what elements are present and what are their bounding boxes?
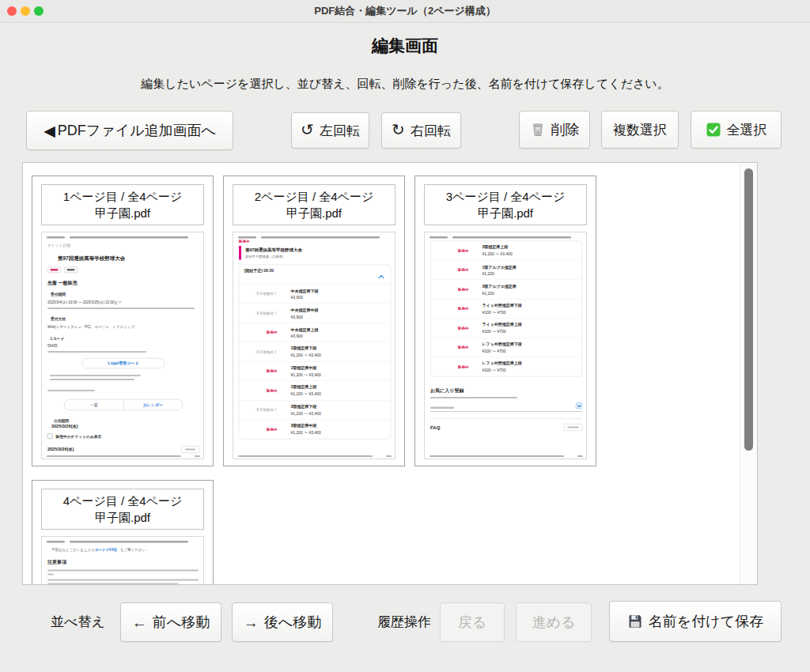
ticket-name: 1塁指定席上段 bbox=[291, 384, 321, 390]
ticket-name: 1塁アルプス指定席 bbox=[483, 264, 517, 270]
mini-doc-text: 受付方法 bbox=[51, 316, 204, 321]
mini-doc-text: 公演期間 bbox=[54, 418, 204, 423]
mini-doc-text: 注意事項 bbox=[47, 559, 204, 565]
mini-doc-text: 2025/3/26(水) bbox=[51, 424, 204, 429]
ticket-status: 販売中 bbox=[240, 330, 278, 335]
delete-button[interactable]: 削除 bbox=[519, 111, 590, 149]
page-label-line2: 甲子園.pdf bbox=[44, 509, 202, 526]
page-thumbnail-label: 1ページ目 / 全4ページ甲子園.pdf bbox=[41, 184, 204, 225]
ticket-name: 3塁指定席上段 bbox=[483, 244, 513, 250]
skeleton-bar bbox=[185, 449, 195, 451]
page-thumbnail[interactable]: 1ページ目 / 全4ページ甲子園.pdfチケット詳細第97回選抜高等学校野球大会… bbox=[32, 176, 214, 466]
move-backward-button[interactable]: → 後へ移動 bbox=[232, 602, 333, 642]
redo-button[interactable]: 進める bbox=[516, 602, 592, 642]
faq-link: ローチケFAQ bbox=[95, 548, 117, 552]
rotate-right-button[interactable]: ↻ 右回転 bbox=[381, 112, 461, 149]
page-label-line2: 甲子園.pdf bbox=[44, 205, 202, 221]
ticket-info: 中央指定席上段¥3,900 bbox=[291, 327, 319, 338]
select-all-button[interactable]: 全選択 bbox=[691, 111, 782, 149]
select-all-label: 全選択 bbox=[727, 121, 767, 139]
back-to-add-screen-button[interactable]: ◀ PDFファイル追加画面へ bbox=[26, 111, 233, 150]
mini-doc-header bbox=[238, 236, 392, 239]
page-instruction: 編集したいページを選択し、並び替え、回転、削除を行った後、名前を付けて保存してく… bbox=[0, 77, 810, 92]
ticket-list-header: (開始予定) 08:30 bbox=[240, 265, 391, 284]
mini-doc-text: 受付期間 bbox=[51, 293, 204, 297]
ticket-name: ライト外野指定席下段 bbox=[483, 303, 522, 308]
mini-doc-text: Lコード bbox=[51, 336, 204, 341]
ticket-price: ¥1,200 〜 ¥3,400 bbox=[483, 251, 513, 257]
ticket-row: 販売中1塁指定席中段¥1,200 〜 ¥3,400 bbox=[240, 361, 391, 381]
mini-doc-text: 先着 一般販売 bbox=[47, 280, 204, 286]
mini-doc-text: 第97回選抜高等学校野球大会 bbox=[58, 255, 204, 261]
skeleton-bar bbox=[430, 397, 517, 398]
favorite-email-input bbox=[430, 402, 582, 412]
page-thumbnail[interactable]: 2ページ目 / 全4ページ甲子園.pdf販売中第97回選抜高等学校野球大会阪神甲… bbox=[223, 176, 405, 466]
ticket-info: 1塁指定席上段¥1,200 〜 ¥3,400 bbox=[291, 384, 321, 397]
ticket-status: 販売中 bbox=[431, 248, 469, 254]
page-label-line1: 3ページ目 / 全4ページ bbox=[426, 188, 585, 205]
page-thumbnail-label: 2ページ目 / 全4ページ甲子園.pdf bbox=[233, 184, 396, 225]
divider bbox=[430, 419, 582, 420]
ticket-row: 販売中3塁アルプス指定席¥1,200 bbox=[431, 280, 582, 300]
ticket-status: 販売中 bbox=[431, 345, 469, 350]
ticket-info: ライト外野指定席下段¥100 〜 ¥700 bbox=[483, 303, 522, 315]
skeleton-bar bbox=[47, 390, 95, 391]
checkbox-label: 販売中のチケットのみ表示 bbox=[56, 434, 102, 439]
vertical-scrollbar-track[interactable] bbox=[740, 163, 757, 584]
ticket-price: ¥1,200 〜 ¥3,400 bbox=[291, 353, 321, 358]
page-title: 編集画面 bbox=[0, 35, 810, 57]
rotate-left-button[interactable]: ↺ 左回転 bbox=[291, 112, 369, 149]
skeleton-bar bbox=[430, 407, 454, 410]
mini-doc-text: 販売中 bbox=[239, 240, 396, 244]
toggle-left: 一覧 bbox=[65, 399, 123, 410]
ticket-name: 3塁指定席下段 bbox=[291, 404, 321, 410]
pdf-page-preview: 販売中第97回選抜高等学校野球大会阪神甲子園球場（兵庫県）(開始予定) 08:3… bbox=[233, 232, 396, 459]
page-label-line1: 4ページ目 / 全4ページ bbox=[44, 493, 202, 509]
skeleton-bar bbox=[50, 379, 134, 380]
skeleton-bar bbox=[47, 580, 199, 581]
ticket-status: 販売中 bbox=[240, 388, 278, 394]
skeleton-bar bbox=[195, 455, 200, 457]
event-title-text: 第97回選抜高等学校野球大会 bbox=[245, 247, 391, 253]
ticket-status: 販売中 bbox=[240, 427, 278, 432]
mini-doc-footer-url bbox=[47, 455, 200, 457]
skeleton-bar bbox=[238, 236, 256, 239]
ticket-info: 3塁指定席下段¥1,200 〜 ¥3,400 bbox=[291, 404, 321, 417]
mini-doc-date-heading: 2025/3/26(水) bbox=[47, 446, 199, 453]
skeleton-bar bbox=[577, 455, 583, 457]
ticket-row: 予定枚数終了中央指定席下段¥3,900 bbox=[240, 284, 391, 304]
ticket-row: 販売中中央指定席上段¥3,900 bbox=[240, 323, 391, 342]
pdf-page-preview: 販売中3塁指定席上段¥1,200 〜 ¥3,400販売中1塁アルプス指定席¥1,… bbox=[424, 232, 587, 459]
vertical-scrollbar-thumb[interactable] bbox=[744, 168, 753, 451]
save-as-button[interactable]: 名前を付けて保存 bbox=[609, 601, 782, 642]
ticket-row: 販売中レフト外野指定席上段¥100 〜 ¥700 bbox=[431, 357, 582, 377]
rotate-right-icon: ↻ bbox=[392, 122, 405, 138]
ticket-price: ¥1,200 bbox=[483, 271, 517, 276]
ticket-row: 販売中レフト外野指定席下段¥100 〜 ¥700 bbox=[431, 338, 582, 357]
skeleton-bar bbox=[50, 375, 141, 376]
multi-select-button[interactable]: 複数選択 bbox=[601, 111, 679, 149]
check-icon bbox=[706, 122, 721, 138]
loppi-code-pill: Loppi専用コード bbox=[82, 358, 165, 368]
page-thumbnail[interactable]: 3ページ目 / 全4ページ甲子園.pdf販売中3塁指定席上段¥1,200 〜 ¥… bbox=[414, 176, 596, 466]
pdf-page-preview: チケット詳細第97回選抜高等学校野球大会先着 一般販売受付期間2025/3/4(… bbox=[41, 232, 204, 459]
undo-button[interactable]: 戻る bbox=[440, 602, 505, 642]
ticket-row: 販売中1塁指定席上段¥1,200 〜 ¥3,400 bbox=[240, 381, 391, 401]
ticket-info: 中央指定席下段¥3,900 bbox=[291, 288, 319, 300]
date-chip bbox=[181, 446, 199, 453]
page-thumbnail[interactable]: 4ページ目 / 全4ページ甲子園.pdf不明点などございましたらローチケFAQ … bbox=[32, 480, 214, 585]
ticket-row: 販売中3塁指定席中段¥1,200 〜 ¥3,400 bbox=[240, 420, 391, 440]
rotate-left-label: 左回転 bbox=[320, 122, 360, 140]
mini-doc-text: 56405 bbox=[47, 344, 204, 349]
chevron-up-icon bbox=[378, 275, 384, 281]
chip-icon bbox=[64, 267, 78, 274]
move-forward-button[interactable]: ← 前へ移動 bbox=[120, 602, 221, 642]
history-section-label: 履歴操作 bbox=[377, 602, 431, 642]
page-grid-viewer: 1ページ目 / 全4ページ甲子園.pdfチケット詳細第97回選抜高等学校野球大会… bbox=[22, 162, 758, 585]
ticket-row: 販売中1塁アルプス指定席¥1,200 bbox=[431, 260, 582, 280]
skeleton-bar bbox=[430, 236, 448, 239]
mini-doc-text: Web(スマートフォン・PC) ローソン ミニストップ bbox=[47, 325, 204, 330]
window-titlebar: PDF結合・編集ツール（2ページ構成） bbox=[0, 0, 810, 23]
ticket-price: ¥100 〜 ¥700 bbox=[483, 368, 522, 373]
skeleton-bar bbox=[47, 351, 146, 353]
